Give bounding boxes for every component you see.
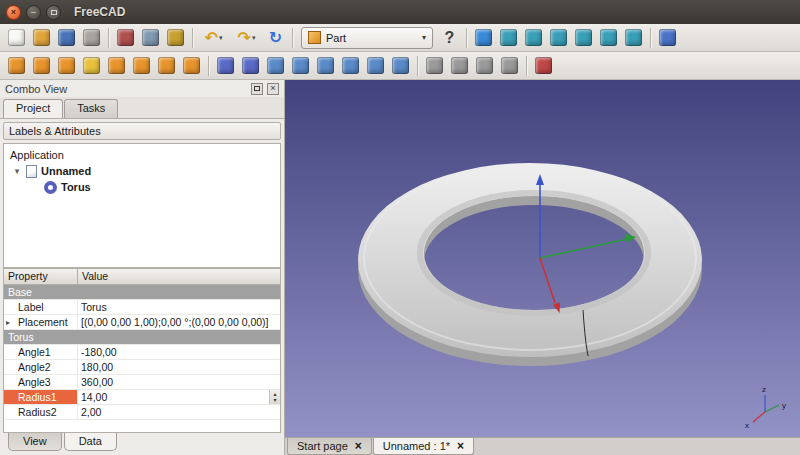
property-row-angle2[interactable]: Angle2180,00 <box>4 360 280 375</box>
zoom-fit-all-icon[interactable] <box>471 26 496 50</box>
property-row-radius1[interactable]: Radius114,00▴▾ <box>4 390 280 405</box>
view-top-icon[interactable] <box>546 26 571 50</box>
property-group-torus[interactable]: Torus <box>4 330 280 345</box>
tree-item-document[interactable]: ▾ Unnamed <box>6 163 278 179</box>
workbench-selector[interactable]: Part▾ <box>301 27 433 49</box>
make-face-icon[interactable] <box>338 54 363 78</box>
extrude-icon[interactable] <box>213 54 238 78</box>
chamfer-icon[interactable] <box>313 54 338 78</box>
box-icon[interactable] <box>4 54 29 78</box>
close-tab-icon[interactable]: × <box>355 440 362 452</box>
boolean-icon[interactable] <box>422 54 447 78</box>
boolean-cut-icon[interactable] <box>447 54 472 78</box>
close-button[interactable]: × <box>6 5 21 20</box>
chevron-down-icon[interactable]: ▾ <box>252 34 256 42</box>
3d-scene[interactable]: z x y <box>285 80 800 437</box>
property-value[interactable]: Torus <box>78 300 280 314</box>
loft-icon[interactable] <box>363 54 388 78</box>
cross-sections-icon[interactable] <box>531 54 556 78</box>
column-header-property: Property <box>4 269 78 284</box>
view-axonometric-icon[interactable] <box>496 26 521 50</box>
viewport-column: z x y Start page×Unnamed : 1*× <box>285 80 800 455</box>
whats-this-icon[interactable]: ? <box>437 26 462 50</box>
3d-viewport[interactable]: z x y <box>285 80 800 437</box>
close-tab-icon[interactable]: × <box>457 440 464 452</box>
open-document-icon[interactable] <box>29 26 54 50</box>
create-primitives-icon[interactable] <box>154 54 179 78</box>
cylinder-icon[interactable] <box>29 54 54 78</box>
property-row-placement[interactable]: ▸Placement[(0,00 0,00 1,00);0,00 °;(0,00… <box>4 315 280 330</box>
titlebar: × – FreeCAD <box>0 0 800 24</box>
property-editor-header: Property Value <box>4 269 280 285</box>
property-value[interactable]: 14,00▴▾ <box>78 390 280 404</box>
float-icon <box>254 86 260 91</box>
shape-builder-icon[interactable] <box>179 54 204 78</box>
chevron-down-icon[interactable]: ▾ <box>219 34 223 42</box>
panel-title: Combo View <box>5 83 247 95</box>
toolbar-separator <box>526 56 527 76</box>
revolve-icon[interactable] <box>238 54 263 78</box>
cut-icon[interactable] <box>113 26 138 50</box>
value-spinner[interactable]: ▴▾ <box>269 390 280 404</box>
float-panel-button[interactable] <box>251 83 263 95</box>
torus-icon[interactable] <box>104 54 129 78</box>
property-value[interactable]: 2,00 <box>78 405 280 419</box>
property-row-angle1[interactable]: Angle1-180,00 <box>4 345 280 360</box>
expand-arrow-icon[interactable]: ▸ <box>6 316 10 329</box>
tree-item-torus[interactable]: Torus <box>6 179 278 195</box>
property-row-radius2[interactable]: Radius22,00 <box>4 405 280 420</box>
fillet-icon[interactable] <box>288 54 313 78</box>
property-value-text: 14,00 <box>81 390 269 404</box>
property-value[interactable]: 180,00 <box>78 360 280 374</box>
sweep-icon[interactable] <box>388 54 413 78</box>
toolbar-part-tools <box>0 52 800 80</box>
expander-icon[interactable]: ▾ <box>12 166 22 176</box>
view-rear-icon[interactable] <box>596 26 621 50</box>
tab-view[interactable]: View <box>8 433 62 451</box>
view-right-icon[interactable] <box>571 26 596 50</box>
close-panel-button[interactable]: × <box>267 83 279 95</box>
tab-tasks[interactable]: Tasks <box>64 99 118 118</box>
property-value[interactable]: 360,00 <box>78 375 280 389</box>
tube-icon[interactable] <box>129 54 154 78</box>
paste-icon[interactable] <box>163 26 188 50</box>
maximize-button[interactable] <box>46 5 61 20</box>
doc-tab-start-page[interactable]: Start page× <box>287 438 372 455</box>
view-bottom-icon[interactable] <box>621 26 646 50</box>
property-row-angle3[interactable]: Angle3360,00 <box>4 375 280 390</box>
mini-axis-z-label: z <box>762 385 766 394</box>
property-value-text: Torus <box>81 300 280 314</box>
property-value-text: [(0,00 0,00 1,00);0,00 °;(0,00 0,00 0,00… <box>81 315 280 329</box>
tree-label: Torus <box>61 181 91 193</box>
sphere-icon[interactable] <box>54 54 79 78</box>
property-row-label[interactable]: LabelTorus <box>4 300 280 315</box>
property-rows: BaseLabelTorus▸Placement[(0,00 0,00 1,00… <box>4 285 280 420</box>
refresh-icon[interactable]: ↻ <box>263 26 288 50</box>
toolbar-separator <box>208 56 209 76</box>
property-value-text: -180,00 <box>81 345 280 359</box>
property-value[interactable]: -180,00 <box>78 345 280 359</box>
doc-tab-label: Unnamed : 1* <box>383 440 450 452</box>
property-name: Angle3 <box>4 375 78 389</box>
mirror-icon[interactable] <box>263 54 288 78</box>
save-document-icon[interactable] <box>54 26 79 50</box>
cone-icon[interactable] <box>79 54 104 78</box>
minimize-button[interactable]: – <box>26 5 41 20</box>
tab-project[interactable]: Project <box>3 99 63 118</box>
property-value[interactable]: [(0,00 0,00 1,00);0,00 °;(0,00 0,00 0,00… <box>78 315 280 329</box>
boolean-union-icon[interactable] <box>472 54 497 78</box>
print-icon[interactable] <box>79 26 104 50</box>
undo-icon[interactable]: ↶▾ <box>197 26 230 50</box>
property-group-base[interactable]: Base <box>4 285 280 300</box>
copy-icon[interactable] <box>138 26 163 50</box>
doc-tab-unnamed-1-[interactable]: Unnamed : 1*× <box>373 438 474 455</box>
tree-item-application[interactable]: Application <box>6 147 278 163</box>
view-front-icon[interactable] <box>521 26 546 50</box>
measure-distance-icon[interactable] <box>655 26 680 50</box>
property-name: Label <box>4 300 78 314</box>
redo-icon[interactable]: ↷▾ <box>230 26 263 50</box>
boolean-intersection-icon[interactable] <box>497 54 522 78</box>
spin-down-icon[interactable]: ▾ <box>273 397 276 403</box>
tab-data[interactable]: Data <box>64 433 117 451</box>
new-document-icon[interactable] <box>4 26 29 50</box>
